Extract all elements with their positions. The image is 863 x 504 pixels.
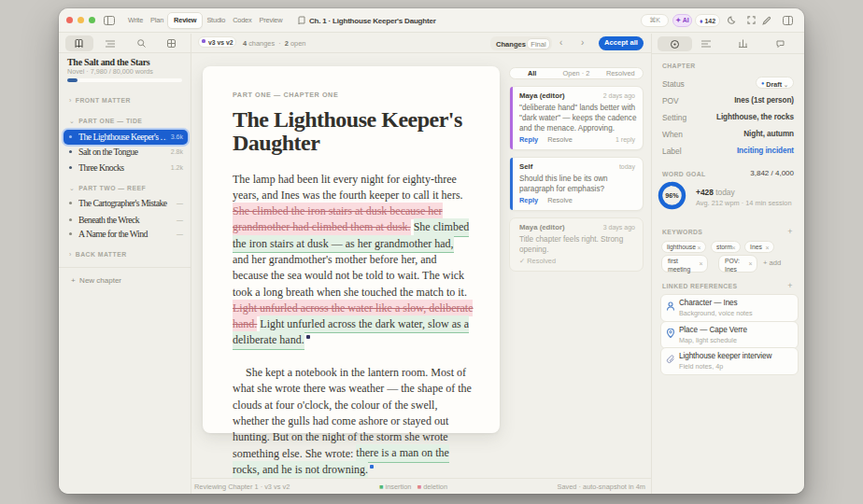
svg-text:96%: 96% (665, 191, 679, 200)
